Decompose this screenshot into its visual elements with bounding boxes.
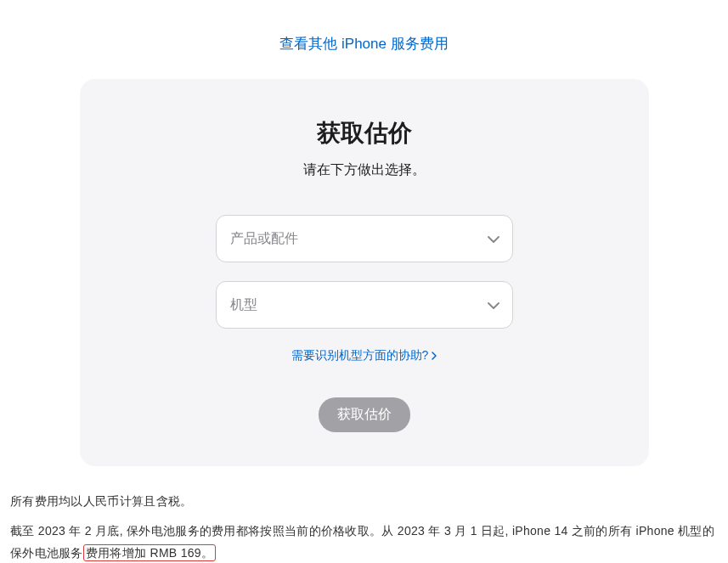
product-select[interactable]: 产品或配件 — [216, 215, 513, 262]
product-select-placeholder: 产品或配件 — [230, 230, 298, 248]
chevron-right-icon — [432, 350, 437, 363]
card-subtitle: 请在下方做出选择。 — [114, 161, 615, 179]
help-identify-link[interactable]: 需要识别机型方面的协助? — [291, 348, 437, 363]
model-select[interactable]: 机型 — [216, 281, 513, 329]
top-link-section: 查看其他 iPhone 服务费用 — [8, 0, 720, 79]
highlighted-price-note: 费用将增加 RMB 169。 — [83, 544, 216, 561]
other-services-link[interactable]: 查看其他 iPhone 服务费用 — [279, 36, 448, 52]
footer-line-2: 截至 2023 年 2 月底, 保外电池服务的费用都将按照当前的价格收取。从 2… — [10, 520, 718, 563]
help-link-label: 需要识别机型方面的协助? — [291, 348, 429, 363]
estimate-card: 获取估价 请在下方做出选择。 产品或配件 机型 需要识别机型方面 — [80, 79, 649, 466]
card-title: 获取估价 — [114, 117, 615, 149]
product-select-wrapper: 产品或配件 — [216, 215, 513, 262]
footer-notes: 所有费用均以人民币计算且含税。 截至 2023 年 2 月底, 保外电池服务的费… — [8, 490, 720, 563]
get-estimate-button[interactable]: 获取估价 — [319, 397, 410, 432]
model-select-placeholder: 机型 — [230, 296, 257, 314]
model-select-wrapper: 机型 — [216, 281, 513, 329]
footer-line-1: 所有费用均以人民币计算且含税。 — [10, 490, 718, 513]
